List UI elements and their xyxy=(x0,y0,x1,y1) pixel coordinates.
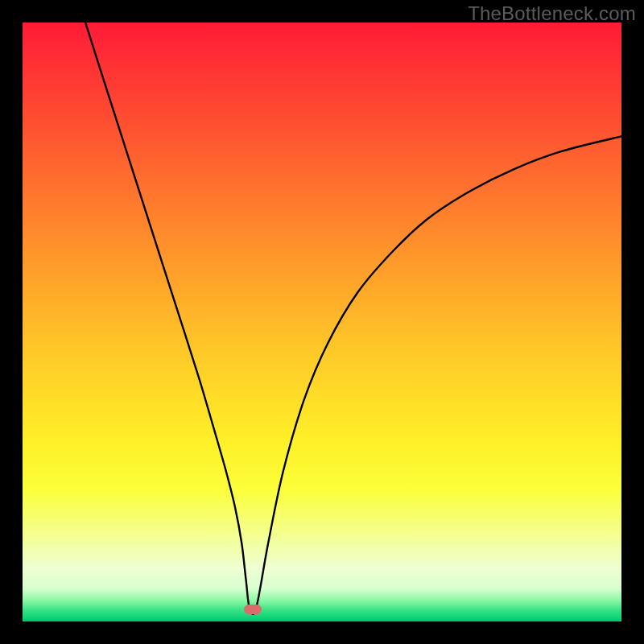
plot-area xyxy=(23,23,621,621)
optimum-marker xyxy=(244,605,262,614)
chart-svg xyxy=(23,23,621,621)
gradient-background xyxy=(23,23,621,621)
watermark-text: TheBottleneck.com xyxy=(468,2,636,25)
chart-frame: TheBottleneck.com xyxy=(0,0,644,644)
